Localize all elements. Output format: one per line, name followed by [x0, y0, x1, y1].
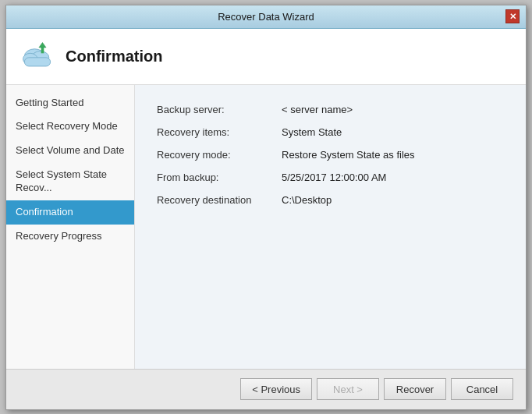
sidebar-item-select-volume-and-date[interactable]: Select Volume and Date — [6, 139, 134, 163]
info-row-backup-server: Backup server: < server name> — [157, 104, 504, 115]
previous-button[interactable]: < Previous — [240, 378, 312, 400]
value-recovery-items: System State — [282, 126, 504, 138]
recover-button[interactable]: Recover — [384, 378, 446, 400]
title-bar: Recover Data Wizard ✕ — [6, 5, 526, 29]
close-button[interactable]: ✕ — [505, 9, 520, 23]
window-title: Recover Data Wizard — [27, 11, 505, 23]
svg-marker-4 — [39, 42, 46, 47]
next-button[interactable]: Next > — [317, 378, 379, 400]
header-icon — [19, 37, 56, 75]
sidebar-item-select-recovery-mode[interactable]: Select Recovery Mode — [6, 115, 134, 139]
info-row-from-backup: From backup: 5/25/2017 12:00:00 AM — [157, 172, 504, 183]
label-from-backup: From backup: — [157, 172, 282, 183]
info-row-recovery-mode: Recovery mode: Restore System State as f… — [157, 149, 504, 161]
main-window: Recover Data Wizard ✕ Confirmation G — [5, 5, 527, 410]
content-area: Getting Started Select Recovery Mode Sel… — [6, 85, 526, 369]
value-recovery-destination: C:\Desktop — [282, 194, 504, 206]
label-recovery-destination: Recovery destination — [157, 194, 282, 206]
value-recovery-mode: Restore System State as files — [282, 149, 504, 161]
svg-rect-3 — [24, 58, 50, 66]
label-recovery-mode: Recovery mode: — [157, 149, 282, 161]
sidebar-item-confirmation[interactable]: Confirmation — [6, 200, 134, 225]
label-backup-server: Backup server: — [157, 104, 282, 115]
value-from-backup: 5/25/2017 12:00:00 AM — [282, 172, 504, 183]
sidebar-item-select-system-state[interactable]: Select System State Recov... — [6, 163, 134, 200]
label-recovery-items: Recovery items: — [157, 126, 282, 138]
sidebar: Getting Started Select Recovery Mode Sel… — [6, 85, 135, 369]
value-backup-server: < server name> — [282, 104, 504, 115]
sidebar-item-getting-started[interactable]: Getting Started — [6, 91, 134, 115]
sidebar-item-recovery-progress[interactable]: Recovery Progress — [6, 225, 134, 249]
svg-rect-5 — [41, 48, 44, 53]
info-table: Backup server: < server name> Recovery i… — [157, 104, 504, 206]
main-panel: Backup server: < server name> Recovery i… — [135, 85, 526, 369]
page-title: Confirmation — [66, 48, 162, 65]
info-row-recovery-items: Recovery items: System State — [157, 126, 504, 138]
wizard-icon — [19, 39, 56, 73]
header-area: Confirmation — [6, 29, 526, 85]
info-row-recovery-destination: Recovery destination C:\Desktop — [157, 194, 504, 206]
cancel-button[interactable]: Cancel — [451, 378, 513, 400]
footer: < Previous Next > Recover Cancel — [6, 369, 526, 409]
